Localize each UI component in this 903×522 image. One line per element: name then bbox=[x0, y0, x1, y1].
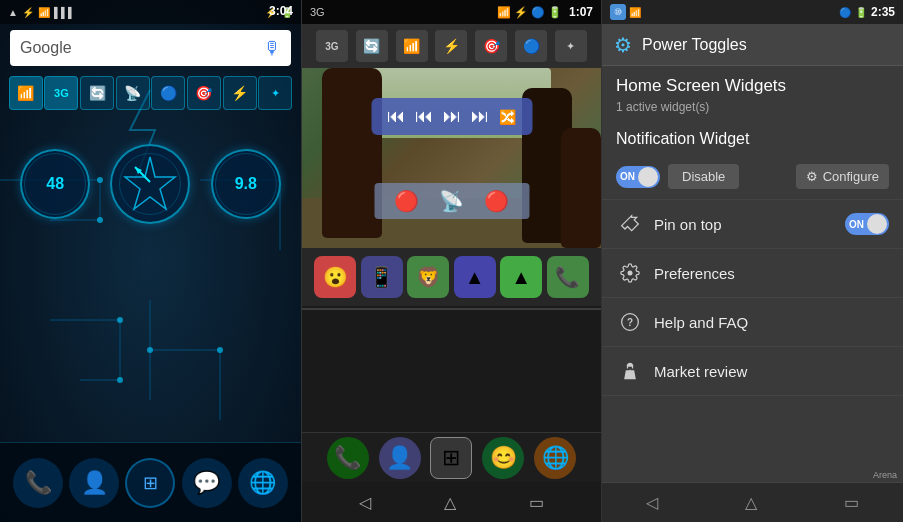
sms-icon: 💬 bbox=[193, 470, 220, 496]
small-widget-row: 🔴 📡 🔴 bbox=[374, 183, 529, 219]
p3-recents-btn[interactable]: ▭ bbox=[844, 493, 859, 512]
widget-item-1[interactable]: 🔴 bbox=[394, 189, 419, 213]
p3-enable-toggle[interactable]: ON bbox=[616, 166, 660, 188]
dock-browser[interactable]: 🌐 bbox=[238, 458, 288, 508]
gauge-right: 9.8 bbox=[211, 149, 281, 219]
p2-quick-row: 3G 🔄 📶 ⚡ 🎯 🔵 ✦ bbox=[302, 24, 601, 68]
phone-icon: 📞 bbox=[25, 470, 52, 496]
dock2-contacts[interactable]: 👤 bbox=[379, 437, 421, 479]
wifi-toggle-icon: 📶 bbox=[17, 85, 34, 101]
p3-preferences-icon bbox=[616, 259, 644, 287]
svg-marker-18 bbox=[125, 157, 175, 209]
app-phone[interactable]: 📞 bbox=[547, 256, 589, 298]
p2-bt-icon: 🔵 bbox=[531, 6, 545, 19]
toggle-3g[interactable]: 3G bbox=[44, 76, 78, 110]
p3-configure-button[interactable]: ⚙ Configure bbox=[796, 164, 889, 189]
app-game[interactable]: 🦁 bbox=[407, 256, 449, 298]
prev2-btn[interactable]: ⏮ bbox=[415, 106, 433, 127]
dock2-phone[interactable]: 📞 bbox=[327, 437, 369, 479]
toggle-wifi[interactable]: 📶 bbox=[9, 76, 43, 110]
dock2-apps[interactable]: ⊞ bbox=[430, 437, 472, 479]
p3-status-bar: ⑩ 📶 🔵 🔋 2:35 bbox=[602, 0, 903, 24]
p3-toggle-thumb bbox=[638, 167, 658, 187]
dock2-browser[interactable]: 🌐 bbox=[534, 437, 576, 479]
p3-pin-toggle[interactable]: ON bbox=[845, 213, 889, 235]
p2-recents-btn[interactable]: ▭ bbox=[529, 493, 544, 512]
p3-pin-icon bbox=[616, 210, 644, 238]
status-time: 3:04 bbox=[269, 4, 293, 18]
sync-icon: 🔄 bbox=[89, 85, 106, 101]
gauge-center bbox=[110, 144, 190, 224]
p3-market-row[interactable]: Market review bbox=[602, 347, 903, 396]
search-bar[interactable]: Google 🎙 bbox=[10, 30, 291, 66]
p2-bt-toggle-icon: 🔵 bbox=[523, 38, 540, 54]
dock-apps[interactable]: ⊞ bbox=[125, 458, 175, 508]
toggle-data[interactable]: 📡 bbox=[116, 76, 150, 110]
p3-help-label: Help and FAQ bbox=[654, 314, 889, 331]
p2-toggle-bluetooth[interactable]: 🔵 bbox=[515, 30, 547, 62]
play-pause-btn[interactable]: ⏭ bbox=[443, 106, 461, 127]
svg-point-15 bbox=[217, 347, 223, 353]
p3-home-btn[interactable]: △ bbox=[745, 493, 757, 512]
p2-toggle-wifi[interactable]: 📶 bbox=[396, 30, 428, 62]
p3-help-row[interactable]: ? Help and FAQ bbox=[602, 298, 903, 347]
p3-preferences-row[interactable]: Preferences bbox=[602, 249, 903, 298]
p2-photo-area: ⏮ ⏮ ⏭ ⏭ 🔀 🔴 📡 🔴 bbox=[302, 68, 601, 248]
prev-btn[interactable]: ⏮ bbox=[387, 106, 405, 127]
dock2-sms[interactable]: 😊 bbox=[482, 437, 524, 479]
app-angry-birds[interactable]: 😮 bbox=[314, 256, 356, 298]
p2-toggle-sync[interactable]: 🔄 bbox=[356, 30, 388, 62]
signal-icon: ▌▌▌ bbox=[54, 7, 75, 18]
apps-icon: ⊞ bbox=[143, 472, 158, 494]
p2-home-btn[interactable]: △ bbox=[444, 493, 456, 512]
p2-toggle-auto[interactable]: ✦ bbox=[555, 30, 587, 62]
google-label: Google bbox=[20, 39, 72, 57]
dock-phone[interactable]: 📞 bbox=[13, 458, 63, 508]
p3-disable-button[interactable]: Disable bbox=[668, 164, 739, 189]
app-gdrive[interactable]: ▲ bbox=[500, 256, 542, 298]
p3-bt-icon: 🔵 bbox=[839, 7, 851, 18]
svg-point-16 bbox=[117, 317, 123, 323]
app-drive[interactable]: ▲ bbox=[454, 256, 496, 298]
gauges-row: 48 9.8 bbox=[0, 134, 301, 234]
shuffle-btn[interactable]: 🔀 bbox=[499, 109, 516, 125]
p3-battery-icon: 🔋 bbox=[855, 7, 867, 18]
p2-toggle-bolt[interactable]: ⚡ bbox=[435, 30, 467, 62]
power-icon: ⚡ bbox=[231, 85, 248, 101]
toggle-auto[interactable]: ✦ bbox=[258, 76, 292, 110]
p3-signal-icon: 📶 bbox=[629, 7, 641, 18]
p2-apps-row: 😮 📱 🦁 ▲ ▲ 📞 bbox=[302, 248, 601, 306]
p3-title-bar: ⚙ Power Toggles bbox=[602, 24, 903, 66]
p2-time: 1:07 bbox=[569, 5, 593, 19]
dock-contacts[interactable]: 👤 bbox=[69, 458, 119, 508]
p3-back-btn[interactable]: ◁ bbox=[646, 493, 658, 512]
p2-back-btn[interactable]: ◁ bbox=[359, 493, 371, 512]
watermark: Arena bbox=[873, 470, 897, 480]
p2-dock-icons: 📞 👤 ⊞ 😊 🌐 bbox=[302, 433, 601, 482]
p2-status-left: 3G bbox=[310, 6, 325, 18]
app-sms[interactable]: 📱 bbox=[361, 256, 403, 298]
p3-title-gear-icon: ⚙ bbox=[614, 33, 632, 57]
mic-icon[interactable]: 🎙 bbox=[263, 38, 281, 59]
battery-icon: ⚡ 🔋 3:04 bbox=[265, 7, 293, 18]
p3-nav-bar: ◁ △ ▭ bbox=[602, 482, 903, 522]
p3-help-icon: ? bbox=[616, 308, 644, 336]
p2-wifi-icon: ⚡ bbox=[514, 6, 528, 19]
toggle-power[interactable]: ⚡ bbox=[223, 76, 257, 110]
p3-configure-label: Configure bbox=[823, 169, 879, 184]
toggle-sync[interactable]: 🔄 bbox=[80, 76, 114, 110]
widget-item-2[interactable]: 📡 bbox=[439, 189, 464, 213]
p2-battery-icon: 🔋 bbox=[548, 6, 562, 19]
p2-toggle-gps[interactable]: 🎯 bbox=[475, 30, 507, 62]
toggle-gps[interactable]: 🎯 bbox=[187, 76, 221, 110]
dock-sms[interactable]: 💬 bbox=[182, 458, 232, 508]
toggle-bluetooth[interactable]: 🔵 bbox=[151, 76, 185, 110]
status-icons-left: ▲ ⚡ 📶 ▌▌▌ bbox=[8, 7, 75, 18]
auto-icon: ✦ bbox=[271, 87, 280, 100]
p3-pin-row[interactable]: Pin on top ON bbox=[602, 200, 903, 249]
next-btn[interactable]: ⏭ bbox=[471, 106, 489, 127]
p3-sim-icon: ⑩ bbox=[610, 4, 626, 20]
p2-toggle-3g[interactable]: 3G bbox=[316, 30, 348, 62]
widget-item-3[interactable]: 🔴 bbox=[484, 189, 509, 213]
data-icon: 📡 bbox=[124, 85, 141, 101]
